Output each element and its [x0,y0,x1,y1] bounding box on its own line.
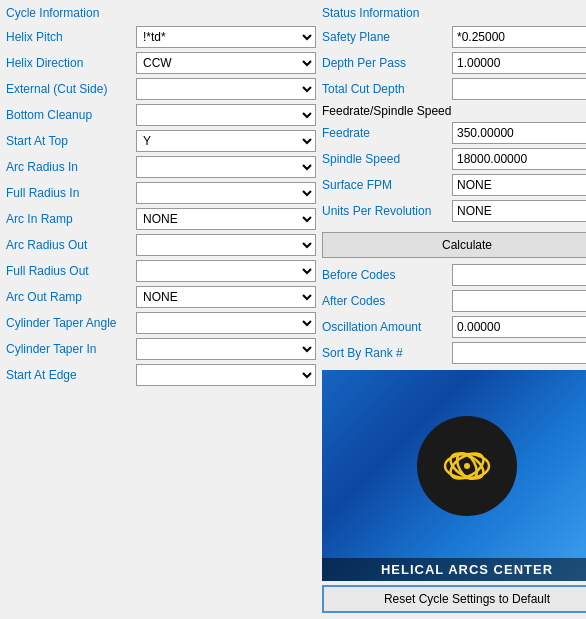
surface-fpm-input[interactable] [452,174,586,196]
spindle-speed-label: Spindle Speed [322,152,452,166]
cylinder-taper-angle-row: Cylinder Taper Angle [6,312,316,334]
units-per-revolution-row: Units Per Revolution [322,200,586,222]
units-per-revolution-input[interactable] [452,200,586,222]
bottom-cleanup-select[interactable] [136,104,316,126]
spindle-speed-input[interactable] [452,148,586,170]
arc-out-ramp-row: Arc Out Ramp NONE [6,286,316,308]
safety-plane-input[interactable] [452,26,586,48]
helical-arcs-image: HELICAL ARCS CENTER [322,370,586,581]
cylinder-taper-angle-select[interactable] [136,312,316,334]
start-at-edge-select[interactable] [136,364,316,386]
helical-circle [417,416,517,516]
sort-by-rank-input[interactable] [452,342,586,364]
total-cut-depth-label: Total Cut Depth [322,82,452,96]
start-at-edge-row: Start At Edge [6,364,316,386]
before-codes-label: Before Codes [322,268,452,282]
cylinder-taper-in-row: Cylinder Taper In [6,338,316,360]
arc-in-ramp-row: Arc In Ramp NONE [6,208,316,230]
surface-fpm-label: Surface FPM [322,178,452,192]
depth-per-pass-input[interactable] [452,52,586,74]
arc-in-ramp-label: Arc In Ramp [6,212,136,226]
helix-pitch-row: Helix Pitch !*td* [6,26,316,48]
sort-by-rank-label: Sort By Rank # [322,346,452,360]
cylinder-taper-angle-label: Cylinder Taper Angle [6,316,136,330]
bottom-cleanup-row: Bottom Cleanup [6,104,316,126]
right-section-title: Status Information [322,6,586,20]
depth-per-pass-row: Depth Per Pass [322,52,586,74]
oscillation-amount-input[interactable] [452,316,586,338]
start-at-top-row: Start At Top Y [6,130,316,152]
helix-pitch-label: Helix Pitch [6,30,136,44]
full-radius-out-select[interactable] [136,260,316,282]
after-codes-label: After Codes [322,294,452,308]
reset-button[interactable]: Reset Cycle Settings to Default [322,585,586,613]
full-radius-out-row: Full Radius Out [6,260,316,282]
helical-symbol-svg [432,431,502,501]
start-at-top-label: Start At Top [6,134,136,148]
total-cut-depth-row: Total Cut Depth [322,78,586,100]
arc-radius-out-row: Arc Radius Out [6,234,316,256]
full-radius-in-select[interactable] [136,182,316,204]
cylinder-taper-in-select[interactable] [136,338,316,360]
safety-plane-row: Safety Plane [322,26,586,48]
bottom-cleanup-label: Bottom Cleanup [6,108,136,122]
sort-by-rank-row: Sort By Rank # [322,342,586,364]
spindle-speed-row: Spindle Speed [322,148,586,170]
start-at-edge-label: Start At Edge [6,368,136,382]
start-at-top-select[interactable]: Y [136,130,316,152]
arc-out-ramp-label: Arc Out Ramp [6,290,136,304]
arc-radius-in-select[interactable] [136,156,316,178]
svg-point-4 [464,463,470,469]
full-radius-in-row: Full Radius In [6,182,316,204]
arc-out-ramp-select[interactable]: NONE [136,286,316,308]
external-cut-side-row: External (Cut Side) [6,78,316,100]
image-label: HELICAL ARCS CENTER [322,558,586,581]
safety-plane-label: Safety Plane [322,30,452,44]
feedrate-row: Feedrate [322,122,586,144]
units-per-revolution-label: Units Per Revolution [322,204,452,218]
before-codes-input[interactable] [452,264,586,286]
total-cut-depth-input[interactable] [452,78,586,100]
full-radius-in-label: Full Radius In [6,186,136,200]
arc-radius-in-row: Arc Radius In [6,156,316,178]
after-codes-input[interactable] [452,290,586,312]
feedrate-label: Feedrate [322,126,452,140]
arc-in-ramp-select[interactable]: NONE [136,208,316,230]
feedrate-input[interactable] [452,122,586,144]
depth-per-pass-label: Depth Per Pass [322,56,452,70]
helix-pitch-select[interactable]: !*td* [136,26,316,48]
helix-direction-select[interactable]: CCW [136,52,316,74]
arc-radius-out-label: Arc Radius Out [6,238,136,252]
external-cut-side-label: External (Cut Side) [6,82,136,96]
full-radius-out-label: Full Radius Out [6,264,136,278]
before-codes-row: Before Codes [322,264,586,286]
helix-direction-row: Helix Direction CCW [6,52,316,74]
oscillation-amount-row: Oscillation Amount [322,316,586,338]
surface-fpm-row: Surface FPM [322,174,586,196]
cylinder-taper-in-label: Cylinder Taper In [6,342,136,356]
external-cut-side-select[interactable] [136,78,316,100]
arc-radius-in-label: Arc Radius In [6,160,136,174]
calculate-button[interactable]: Calculate [322,232,586,258]
helix-direction-label: Helix Direction [6,56,136,70]
feedrate-subtitle: Feedrate/Spindle Speed [322,104,586,118]
after-codes-row: After Codes [322,290,586,312]
oscillation-amount-label: Oscillation Amount [322,320,452,334]
arc-radius-out-select[interactable] [136,234,316,256]
left-section-title: Cycle Information [6,6,316,20]
